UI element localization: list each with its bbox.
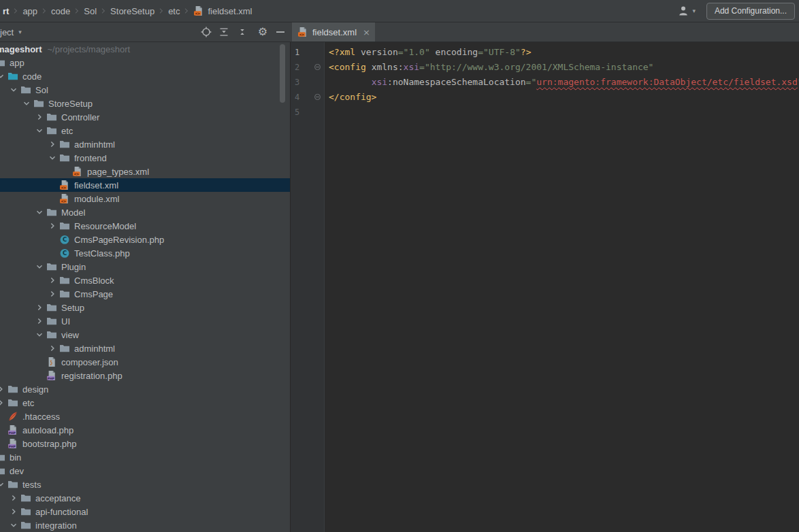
tree-row-acceptance[interactable]: acceptance [0, 491, 290, 505]
tree-row-frontend[interactable]: frontend [0, 151, 290, 165]
chevron-right-icon[interactable] [47, 139, 58, 150]
token-attr: :noNamespaceSchemaLocation [387, 77, 526, 87]
token-str: =" [526, 77, 537, 87]
tree-item-label: Plugin [61, 262, 86, 272]
hide-button[interactable] [274, 26, 287, 38]
breadcrumb-item-app[interactable]: app [20, 5, 39, 18]
chevron-down-icon[interactable] [0, 71, 6, 82]
breadcrumb-item-rt[interactable]: rt [1, 5, 11, 18]
breadcrumb-separator-icon [100, 5, 107, 16]
chevron-down-icon[interactable] [0, 479, 6, 490]
tree-indent-spacer [47, 180, 58, 190]
chevron-down-icon[interactable] [21, 98, 32, 109]
chevron-right-icon[interactable] [0, 384, 6, 395]
chevron-down-icon[interactable] [34, 261, 45, 272]
breadcrumb-separator-icon [158, 5, 165, 16]
tree-row-integration[interactable]: integration [0, 518, 290, 532]
tree-item-label: page_types.xml [87, 167, 149, 177]
tree-row-api-functional[interactable]: api-functional [0, 505, 290, 518]
add-configuration-button[interactable]: Add Configuration... [706, 3, 795, 20]
chevron-right-icon[interactable] [47, 343, 58, 354]
chevron-down-icon[interactable] [34, 207, 45, 218]
breadcrumb-item-sol[interactable]: Sol [82, 5, 99, 18]
tree-row-etc[interactable]: etc [0, 124, 290, 137]
tree-row-adminhtml[interactable]: adminhtml [0, 137, 290, 151]
chevron-down-icon[interactable] [8, 520, 19, 531]
tab-close-icon[interactable]: × [363, 27, 370, 37]
breadcrumb-item-code[interactable]: code [49, 5, 72, 18]
tree-item-label: tests [22, 480, 41, 490]
chevron-right-icon[interactable] [8, 493, 19, 503]
chevron-right-icon[interactable] [47, 288, 58, 299]
chevron-down-icon[interactable] [47, 152, 58, 163]
breadcrumb-item-etc[interactable]: etc [166, 5, 182, 18]
chevron-right-icon[interactable] [34, 302, 45, 313]
tree-row-controller[interactable]: Controller [0, 110, 290, 124]
chevron-right-icon[interactable] [0, 397, 6, 408]
tree-row-design[interactable]: design [0, 382, 290, 396]
tree-row-bootstrap-php[interactable]: PHPbootstrap.php [0, 437, 290, 450]
settings-button[interactable]: ⚙ [257, 26, 269, 38]
tree-row-resourcemodel[interactable]: ResourceModel [0, 219, 290, 233]
tree-row-mageshort[interactable]: mageshort~/projects/mageshort [0, 42, 290, 56]
breadcrumb-item-fieldset-xml[interactable]: <>fieldset.xml [191, 4, 254, 18]
locate-button[interactable] [200, 26, 212, 38]
folder-icon [46, 261, 57, 272]
user-menu-button[interactable]: ▾ [676, 5, 696, 17]
gear-icon: ⚙ [258, 26, 267, 38]
tree-row-page-types-xml[interactable]: <>page_types.xml [0, 165, 290, 178]
chevron-down-icon[interactable] [34, 125, 45, 136]
breadcrumb-item-storesetup[interactable]: StoreSetup [108, 5, 157, 18]
tree-indent-spacer [47, 193, 58, 204]
tree-row-plugin[interactable]: Plugin [0, 260, 290, 273]
chevron-down-icon[interactable] [34, 329, 45, 340]
collapse-all-button[interactable] [236, 26, 248, 38]
tree-row-view[interactable]: view [0, 328, 290, 342]
line-number: 5 [291, 105, 324, 120]
tree-row-fieldset-xml[interactable]: <>fieldset.xml [0, 178, 290, 192]
tree-row--htaccess[interactable]: .htaccess [0, 410, 290, 423]
tree-row-model[interactable]: Model [0, 205, 290, 219]
chevron-right-icon[interactable] [34, 316, 45, 327]
tree-row-code[interactable]: code [0, 69, 290, 83]
project-view-selector[interactable]: ject ▾ [0, 22, 22, 41]
folder-icon [59, 139, 70, 150]
tree-row-testclass-php[interactable]: CTestClass.php [0, 246, 290, 260]
expand-all-button[interactable] [218, 26, 230, 38]
fold-marker-icon[interactable] [314, 64, 321, 70]
folder-icon [59, 343, 70, 354]
tree-row-cmsblock[interactable]: CmsBlock [0, 273, 290, 287]
tree-row-tests[interactable]: tests [0, 478, 290, 491]
tree-item-label: integration [35, 520, 77, 531]
tree-item-label: api-functional [35, 507, 88, 517]
tree-row-setup[interactable]: Setup [0, 301, 290, 314]
tree-row-autoload-php[interactable]: PHPautoload.php [0, 423, 290, 437]
chevron-right-icon[interactable] [8, 506, 19, 517]
user-menu-caret-icon: ▾ [692, 7, 696, 14]
chevron-right-icon[interactable] [47, 275, 58, 286]
tree-row-composer-json[interactable]: composer.json [0, 355, 290, 369]
tree-row-storesetup[interactable]: StoreSetup [0, 97, 290, 110]
tree-row-app[interactable]: app [0, 56, 290, 69]
tab-fieldset-xml[interactable]: <> fieldset.xml × [292, 22, 375, 41]
tree-row-etc[interactable]: etc [0, 396, 290, 410]
tree-row-registration-php[interactable]: PHPregistration.php [0, 369, 290, 382]
tree-row-cmspage[interactable]: CmsPage [0, 287, 290, 301]
tree-row-module-xml[interactable]: <>module.xml [0, 192, 290, 205]
tree-row-ui[interactable]: UI [0, 314, 290, 328]
folder-icon [46, 112, 57, 122]
tree-row-bin[interactable]: bin [0, 450, 290, 464]
editor[interactable]: 12345 <?xml version="1.0" encoding="UTF-… [291, 42, 799, 532]
php-file-icon: PHP [7, 438, 18, 449]
tree-row-sol[interactable]: Sol [0, 83, 290, 97]
tree-row-cmspagerevision-php[interactable]: CCmsPageRevision.php [0, 233, 290, 246]
folder-icon [59, 288, 70, 299]
tree-scrollbar-thumb[interactable] [280, 44, 285, 103]
chevron-right-icon[interactable] [47, 220, 58, 231]
fold-marker-icon[interactable] [314, 94, 321, 100]
chevron-right-icon[interactable] [34, 112, 45, 122]
tree-row-adminhtml[interactable]: adminhtml [0, 342, 290, 355]
tree-row-dev[interactable]: dev [0, 464, 290, 478]
folder-icon [20, 84, 31, 95]
chevron-down-icon[interactable] [8, 84, 19, 95]
